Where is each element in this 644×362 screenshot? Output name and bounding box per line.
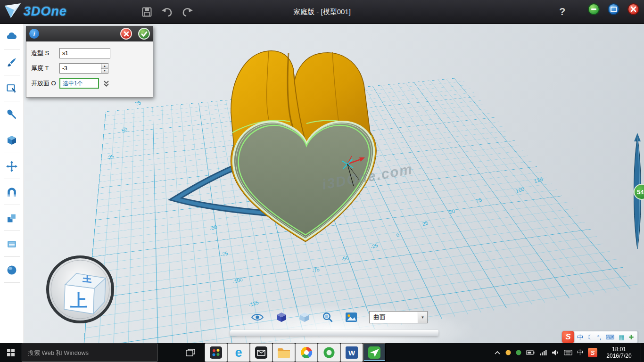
sidebar-item-move[interactable] <box>0 153 24 179</box>
taskbar-app-3done[interactable] <box>363 343 386 362</box>
taskbar-app-browser[interactable] <box>295 343 318 362</box>
ime-icon-2[interactable]: °, <box>597 334 602 340</box>
tray-security-icon[interactable] <box>505 350 511 355</box>
maximize-button[interactable] <box>608 3 619 15</box>
thickness-spinner: ▲▼ <box>101 63 108 74</box>
window-controls <box>588 3 639 15</box>
stacked-cubes-icon <box>6 212 18 224</box>
cloud-tool-icon <box>6 31 18 43</box>
info-icon: i <box>29 29 39 39</box>
windows-logo-icon <box>7 349 15 356</box>
panel-confirm-button[interactable] <box>138 28 150 40</box>
edge-icon: e <box>235 346 242 359</box>
spinner-up-button[interactable]: ▲ <box>101 64 108 68</box>
taskbar-app-explorer[interactable] <box>272 343 295 362</box>
dropdown-arrow-icon[interactable]: ▼ <box>418 312 427 323</box>
tray-language-indicator[interactable]: 中 <box>577 348 583 357</box>
property-panel-header: i <box>26 26 153 41</box>
titlebar: 3DOne 家庭 <box>0 0 644 24</box>
expand-chevrons-button[interactable] <box>103 80 109 87</box>
ime-toolbar: S 中☾°,⌨▦✚ <box>562 331 638 343</box>
display-mode-value: 曲面 <box>370 312 418 323</box>
ime-icon-0[interactable]: 中 <box>577 334 583 340</box>
system-tray: 中 S 18:01 2016/7/20 <box>494 343 644 362</box>
zoom-button[interactable] <box>322 312 333 323</box>
tray-antivirus-icon[interactable] <box>516 350 521 355</box>
ime-icon-4[interactable]: ▦ <box>619 334 624 340</box>
taskbar-search-input[interactable] <box>22 344 157 362</box>
move-tool-icon <box>6 160 18 173</box>
view-cube-front-label: 上 <box>70 291 87 310</box>
tray-battery-icon[interactable] <box>526 350 535 355</box>
sidebar-item-special[interactable] <box>0 101 24 127</box>
taskbar-apps: e <box>205 343 386 362</box>
shape-field-label: 造型 S <box>31 49 59 58</box>
sidebar-item-magnet[interactable] <box>0 179 24 205</box>
spinner-down-button[interactable]: ▼ <box>101 68 108 74</box>
sphere-tool-icon <box>6 264 18 276</box>
clock-time: 18:01 <box>602 346 636 353</box>
help-button[interactable]: ? <box>556 0 568 24</box>
undo-icon <box>161 7 173 17</box>
view-cube[interactable]: 上 <box>45 255 115 324</box>
taskbar-app-word[interactable]: W <box>340 343 363 362</box>
tray-volume-icon[interactable] <box>552 349 559 356</box>
sidebar-item-paint[interactable] <box>0 49 24 75</box>
sidebar-item-sketch[interactable] <box>0 75 24 101</box>
minimize-button[interactable] <box>588 3 600 15</box>
spoon-tool-icon <box>6 108 18 121</box>
redo-button[interactable] <box>182 7 194 17</box>
taskbar-app-edge[interactable]: e <box>227 343 250 362</box>
tray-keyboard-icon[interactable] <box>564 350 572 355</box>
thickness-field-input[interactable] <box>59 63 101 74</box>
show-desktop-button[interactable] <box>641 343 644 362</box>
light-cube-icon <box>299 312 310 323</box>
confirm-check-icon <box>141 31 148 37</box>
taskbar-app-360[interactable] <box>318 343 340 362</box>
app-logo-text: 3DOne <box>24 4 67 19</box>
task-view-icon <box>186 349 195 356</box>
mail-icon <box>255 346 267 359</box>
visibility-button[interactable] <box>251 313 264 322</box>
folder-icon <box>277 347 290 358</box>
save-button[interactable] <box>141 7 152 17</box>
tray-chevron-up-icon[interactable] <box>494 350 501 355</box>
undo-button[interactable] <box>161 7 173 17</box>
open-face-field-input[interactable] <box>59 78 99 89</box>
sidebar-item-assembly[interactable] <box>0 205 24 231</box>
sidebar-item-feature[interactable] <box>0 127 24 153</box>
ime-toolbar-body: 中☾°,⌨▦✚ <box>572 331 638 343</box>
task-view-button[interactable] <box>182 349 199 356</box>
field-row-thickness: 厚度 T ▲▼ <box>31 61 148 76</box>
display-mode-dropdown[interactable]: 曲面 ▼ <box>369 311 428 323</box>
panel-cancel-button[interactable] <box>120 28 132 40</box>
shape-field-input[interactable] <box>59 48 110 58</box>
tray-network-icon[interactable] <box>539 350 547 355</box>
redo-icon <box>182 7 194 17</box>
minimize-icon <box>591 8 596 10</box>
render-image-button[interactable] <box>345 312 357 322</box>
taskbar: e <box>0 343 644 362</box>
field-row-open-face: 开放面 O <box>31 76 148 91</box>
close-button[interactable] <box>627 3 639 15</box>
thickness-field-label: 厚度 T <box>31 64 59 73</box>
toolbar-shelf <box>230 330 438 336</box>
taskbar-clock[interactable]: 18:01 2016/7/20 <box>602 346 636 359</box>
ime-icon-3[interactable]: ⌨ <box>605 334 614 340</box>
taskbar-app-gallery[interactable] <box>205 343 227 362</box>
ime-icon-1[interactable]: ☾ <box>587 334 593 340</box>
tray-sogou-icon[interactable]: S <box>588 348 597 357</box>
sidebar-item-measure[interactable] <box>0 231 24 257</box>
start-button[interactable] <box>0 343 22 362</box>
shaded-view-button[interactable] <box>276 312 287 323</box>
sidebar-item-solids[interactable] <box>0 24 24 49</box>
open-face-field-label: 开放面 O <box>31 79 59 88</box>
ime-icon-5[interactable]: ✚ <box>629 334 634 340</box>
taskbar-app-mail[interactable] <box>250 343 272 362</box>
sogou-logo-icon[interactable]: S <box>562 331 574 343</box>
wireframe-view-button[interactable] <box>299 312 310 323</box>
save-icon <box>141 7 152 17</box>
maximize-icon <box>611 7 617 12</box>
sidebar-item-render[interactable] <box>0 257 24 283</box>
word-icon: W <box>346 346 358 359</box>
